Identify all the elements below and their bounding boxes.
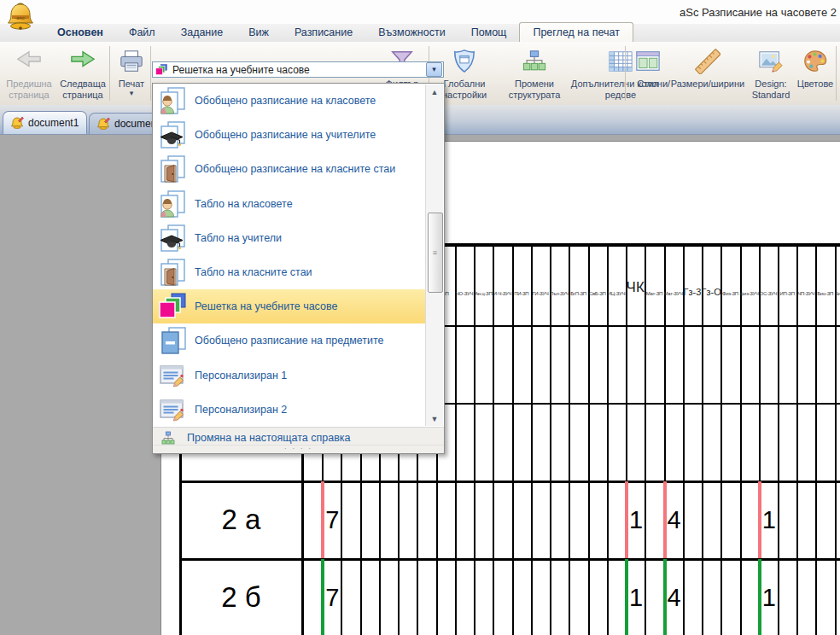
menu-tab-помощ[interactable]: Помощ [458,24,520,42]
report-option-6[interactable]: Табло на класните стаи [153,255,425,289]
report-option-8[interactable]: Обобщено разписание на предметите [153,323,425,358]
menu-tab-възможности[interactable]: Възможности [365,24,458,42]
custom-report-icon [158,361,186,389]
asc-bell-logo-icon: -asc- [3,1,38,38]
print-button[interactable]: Печат▾ [112,44,151,104]
menu-tab-файл[interactable]: Файл [116,24,168,42]
report-combobox-value: Решетка на учебните часове [167,64,426,76]
report-option-4[interactable]: Табло на класовете [153,187,425,221]
style-button[interactable]: Стил [628,44,668,104]
toolbar-separator [836,46,837,101]
report-option-5[interactable]: Табло на учители [153,221,425,255]
dropdown-resize-grip[interactable]: · · · · [153,445,444,453]
combobox-dropdown-button[interactable]: ▾ [426,62,442,77]
pages-class-icon [158,189,186,218]
title-bar: aSc Разписание на часовете 2 [0,0,840,24]
grid-colored-icon [155,64,167,76]
document-tab-1[interactable]: document1 [3,111,87,134]
svg-text:-asc-: -asc- [15,15,26,20]
design-icon [747,44,795,79]
ruler-icon [667,44,749,79]
menu-tab-задание[interactable]: Задание [168,24,236,42]
report-dropdown-list: Обобщено разписание на класоветеОбобщено… [152,83,445,454]
report-option-2[interactable]: Обобщено разписание на учителите [153,118,425,152]
asc-timetables-window: aSc Разписание на часовете 2 -asc- Основ… [0,0,840,635]
sizes-widths-button[interactable]: Размери/ширини [667,44,749,104]
structure-icon [497,44,572,79]
toolbar-separator [150,46,151,101]
report-option-10[interactable]: Персонализиран 2 [153,393,425,427]
custom-report-icon [158,395,186,423]
report-combobox[interactable]: Решетка на учебните часове ▾ [152,61,444,78]
scroll-up-icon[interactable]: ▲ [426,84,443,99]
arrow-left-icon [3,44,55,79]
bell-icon [96,117,110,131]
toolbar-separator [109,46,110,101]
palette-icon [793,44,837,79]
change-structure-button[interactable]: Промени структурата [497,44,572,104]
change-current-report-label: Промяна на настоящата справка [187,432,351,444]
menu-tab-основен[interactable]: Основен [44,24,116,42]
pages-room-icon [158,259,186,287]
grid-colored-icon [158,293,186,321]
arrow-right-icon [56,44,109,79]
report-option-1[interactable]: Обобщено разписание на класовете [153,84,425,118]
pages-class-icon [158,87,186,115]
colors-button[interactable]: Цветове [793,44,837,104]
pages-teacher-icon [158,121,186,149]
report-dropdown-items: Обобщено разписание на класоветеОбобщено… [153,84,425,427]
print-menu-arrow-icon[interactable]: ▾ [112,90,151,96]
printer-icon [112,44,151,79]
scroll-down-icon[interactable]: ▼ [426,411,443,426]
style-icon [628,44,668,79]
report-option-3[interactable]: Обобщено разписание на класните стаи [153,152,425,186]
menu-bar: ОсновенФайлЗаданиеВижРазписаниеВъзможнос… [0,24,840,42]
dropdown-scrollbar[interactable]: ▲ ≡ ▼ [425,84,443,426]
report-option-7-selected[interactable]: Решетка на учебните часове [153,289,425,323]
pages-teacher-icon [158,224,186,252]
menu-tab-разписание[interactable]: Разписание [282,24,365,42]
report-option-9[interactable]: Персонализиран 1 [153,358,425,393]
window-title: aSc Разписание на часовете 2 [680,6,837,19]
bell-icon [10,116,24,130]
pages-room-icon [158,155,186,184]
menu-tab-виж[interactable]: Виж [236,24,282,42]
structure-small-icon [158,430,178,446]
pages-subject-icon [158,327,186,355]
previous-page-button: Предишна страница [3,44,55,104]
design-button[interactable]: Design: Standard [747,44,795,104]
toolbar-separator [625,46,626,101]
menu-tab-преглед-на-печат[interactable]: Преглед на печат [519,22,633,43]
next-page-button[interactable]: Следваща страница [56,44,109,104]
scrollbar-thumb[interactable]: ≡ [428,213,443,293]
